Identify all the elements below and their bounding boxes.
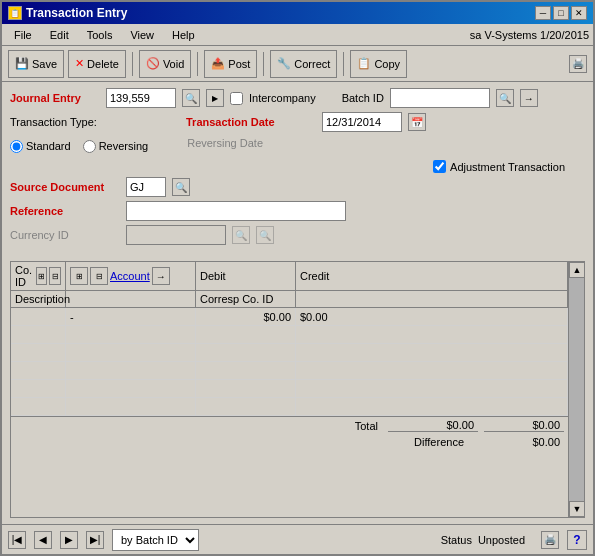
adjustment-label: Adjustment Transaction	[450, 161, 565, 173]
intercompany-label: Intercompany	[249, 92, 316, 104]
scroll-down-button[interactable]: ▼	[569, 501, 585, 517]
correct-button[interactable]: 🔧 Correct	[270, 50, 337, 78]
copy-button[interactable]: 📋 Copy	[350, 50, 407, 78]
source-document-input[interactable]	[126, 177, 166, 197]
difference-label: Difference	[398, 436, 468, 448]
account-icon2[interactable]: ⊟	[90, 267, 108, 285]
grid-header-row2: Description Corresp Co. ID	[11, 291, 568, 308]
journal-entry-lookup-icon[interactable]: 🔍	[182, 89, 200, 107]
save-label: Save	[32, 58, 57, 70]
status-value: Unposted	[478, 534, 525, 546]
row5-coid	[11, 380, 66, 397]
total-label: Total	[312, 420, 382, 432]
status-label: Status	[441, 534, 472, 546]
menu-help[interactable]: Help	[164, 27, 203, 43]
reversing-radio[interactable]	[83, 140, 96, 153]
batch-id-lookup-icon[interactable]: 🔍	[496, 89, 514, 107]
adjustment-checkbox-label[interactable]: Adjustment Transaction	[433, 160, 565, 173]
calendar-icon[interactable]: 📅	[408, 113, 426, 131]
nav-prev-button[interactable]: ◀	[34, 531, 52, 549]
intercompany-checkbox[interactable]	[230, 92, 243, 105]
nav-last-button[interactable]: ▶|	[86, 531, 104, 549]
reference-row: Reference	[10, 201, 585, 221]
coid-icon1[interactable]: ⊞	[36, 267, 48, 285]
batch-id-nav-icon[interactable]: →	[520, 89, 538, 107]
batch-id-label: Batch ID	[342, 92, 384, 104]
menu-tools[interactable]: Tools	[79, 27, 121, 43]
nav-next-button[interactable]: ▶	[60, 531, 78, 549]
row5-credit	[296, 380, 568, 397]
subheader-corresp-val	[296, 291, 568, 307]
batch-by-dropdown[interactable]: by Batch ID	[112, 529, 199, 551]
currency-lookup-icon2[interactable]: 🔍	[256, 226, 274, 244]
minimize-button[interactable]: ─	[535, 6, 551, 20]
nav-first-button[interactable]: |◀	[8, 531, 26, 549]
scrollbar-track[interactable]	[569, 278, 584, 501]
save-button[interactable]: 💾 Save	[8, 50, 64, 78]
status-section: Status Unposted	[441, 534, 525, 546]
form-content: Journal Entry 🔍 ▶ Intercompany Batch ID …	[2, 82, 593, 524]
table-row	[11, 326, 568, 344]
menu-items: File Edit Tools View Help	[6, 27, 203, 43]
post-icon: 📤	[211, 57, 225, 70]
standard-radio-label[interactable]: Standard	[10, 140, 71, 153]
menu-edit[interactable]: Edit	[42, 27, 77, 43]
row3-credit	[296, 344, 568, 361]
coid-icon2[interactable]: ⊟	[49, 267, 61, 285]
journal-entry-input[interactable]	[106, 88, 176, 108]
menu-view[interactable]: View	[122, 27, 162, 43]
transaction-date-label: Transaction Date	[186, 116, 316, 128]
delete-label: Delete	[87, 58, 119, 70]
void-button[interactable]: 🚫 Void	[139, 50, 191, 78]
header-coid: Co. ID ⊞ ⊟	[11, 262, 66, 290]
subheader-corresp: Corresp Co. ID	[196, 291, 296, 307]
close-button[interactable]: ✕	[571, 6, 587, 20]
subheader-description: Description	[11, 291, 66, 307]
transaction-date-input[interactable]	[322, 112, 402, 132]
source-document-label: Source Document	[10, 181, 120, 193]
totals-area: Total $0.00 $0.00 Difference $0.00	[11, 416, 568, 450]
subheader-empty	[66, 291, 196, 307]
row4-credit	[296, 362, 568, 379]
account-link[interactable]: Account	[110, 270, 150, 282]
transaction-type-date-row: Transaction Type: Transaction Date 📅	[10, 112, 585, 132]
menu-file[interactable]: File	[6, 27, 40, 43]
transaction-type-radios: Standard Reversing	[10, 140, 148, 153]
row1-coid	[11, 308, 66, 325]
grid-header-row1: Co. ID ⊞ ⊟ ⊞ ⊟ Account → Debit Credit	[11, 262, 568, 291]
print-button[interactable]: 🖨️	[569, 55, 587, 73]
batch-id-input[interactable]	[390, 88, 490, 108]
reversing-radio-label[interactable]: Reversing	[83, 140, 149, 153]
adjustment-transaction-checkbox[interactable]	[433, 160, 446, 173]
standard-radio[interactable]	[10, 140, 23, 153]
delete-button[interactable]: ✕ Delete	[68, 50, 126, 78]
row2-account	[66, 326, 196, 343]
difference-row: Difference $0.00	[11, 434, 568, 450]
printer-status-icon[interactable]: 🖨️	[541, 531, 559, 549]
source-document-lookup-icon[interactable]: 🔍	[172, 178, 190, 196]
row3-debit	[196, 344, 296, 361]
help-button[interactable]: ?	[567, 530, 587, 550]
total-credit: $0.00	[484, 419, 564, 432]
menu-bar: File Edit Tools View Help sa V-Systems 1…	[2, 24, 593, 46]
radio-reversing-row: Standard Reversing Reversing Date	[10, 136, 585, 156]
currency-id-input[interactable]	[126, 225, 226, 245]
header-account: ⊞ ⊟ Account →	[66, 262, 196, 290]
journal-entry-row: Journal Entry 🔍 ▶ Intercompany Batch ID …	[10, 88, 585, 108]
user-info: sa V-Systems 1/20/2015	[470, 29, 589, 41]
adjustment-row: Adjustment Transaction	[10, 160, 585, 173]
window-title: Transaction Entry	[26, 6, 127, 20]
currency-id-row: Currency ID 🔍 🔍	[10, 225, 585, 245]
table-row	[11, 398, 568, 416]
maximize-button[interactable]: □	[553, 6, 569, 20]
account-icon1[interactable]: ⊞	[70, 267, 88, 285]
row4-account	[66, 362, 196, 379]
scroll-up-button[interactable]: ▲	[569, 262, 585, 278]
reference-input[interactable]	[126, 201, 346, 221]
currency-lookup-icon1[interactable]: 🔍	[232, 226, 250, 244]
account-icon3[interactable]: →	[152, 267, 170, 285]
table-row	[11, 362, 568, 380]
post-button[interactable]: 📤 Post	[204, 50, 257, 78]
journal-entry-nav-icon[interactable]: ▶	[206, 89, 224, 107]
separator-3	[263, 52, 264, 76]
